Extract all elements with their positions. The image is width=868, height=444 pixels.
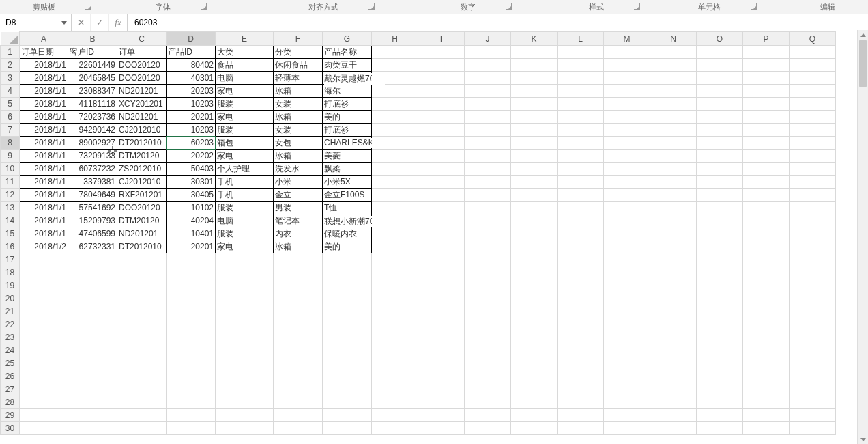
cell-I5[interactable] (418, 98, 465, 111)
cell-E4[interactable]: 家电 (216, 85, 274, 98)
cell-G12[interactable]: 金立F100S (323, 189, 372, 202)
cell-B2[interactable]: 22601449 (68, 59, 117, 72)
cell-K10[interactable] (511, 163, 558, 176)
cell-M25[interactable] (604, 357, 650, 370)
row-header-17[interactable]: 17 (1, 253, 20, 266)
cell-O19[interactable] (697, 279, 743, 292)
cell-C18[interactable] (117, 266, 167, 279)
cell-H26[interactable] (372, 370, 418, 383)
cell-K23[interactable] (511, 331, 558, 344)
cell-J9[interactable] (465, 150, 511, 163)
cell-M11[interactable] (604, 176, 650, 189)
cell-L12[interactable] (558, 189, 604, 202)
cell-J4[interactable] (465, 85, 511, 98)
cell-A26[interactable] (20, 370, 68, 383)
cell-F6[interactable]: 冰箱 (274, 111, 323, 124)
cell-P16[interactable] (743, 240, 790, 253)
cell-C17[interactable] (117, 253, 167, 266)
cell-F12[interactable]: 金立 (274, 189, 323, 202)
row-header-18[interactable]: 18 (1, 266, 20, 279)
cell-M19[interactable] (604, 279, 650, 292)
cell-G13[interactable]: T恤 (323, 202, 372, 214)
cell-B1[interactable]: 客户ID (68, 46, 117, 59)
cell-G20[interactable] (323, 292, 372, 305)
cell-B3[interactable]: 20465845 (68, 72, 117, 85)
cell-K21[interactable] (511, 305, 558, 318)
cell-A17[interactable] (20, 253, 68, 266)
cell-C10[interactable]: ZS2012010 (117, 163, 167, 176)
col-header-M[interactable]: M (604, 32, 650, 46)
row-header-24[interactable]: 24 (1, 344, 20, 357)
cell-C29[interactable] (117, 409, 167, 422)
row-header-13[interactable]: 13 (1, 202, 20, 214)
cell-P7[interactable] (743, 124, 790, 137)
cell-M5[interactable] (604, 98, 650, 111)
cell-D26[interactable] (167, 370, 216, 383)
cell-I18[interactable] (418, 266, 465, 279)
cell-N4[interactable] (650, 85, 697, 98)
cell-H15[interactable] (372, 227, 418, 240)
cell-G4[interactable]: 海尔 (323, 85, 372, 98)
cell-Q19[interactable] (790, 279, 836, 292)
cell-N2[interactable] (650, 59, 697, 72)
cell-G9[interactable]: 美菱 (323, 150, 372, 163)
worksheet-grid[interactable]: ABCDEFGHIJKLMNOPQ1订单日期客户ID订单产品ID大类分类产品名称… (0, 31, 868, 435)
cell-J21[interactable] (465, 305, 511, 318)
cell-F9[interactable]: 冰箱 (274, 150, 323, 163)
cell-K2[interactable] (511, 59, 558, 72)
cell-O27[interactable] (697, 383, 743, 396)
cell-F16[interactable]: 冰箱 (274, 240, 323, 253)
cell-L27[interactable] (558, 383, 604, 396)
cell-P2[interactable] (743, 59, 790, 72)
cell-L11[interactable] (558, 176, 604, 189)
cell-B7[interactable]: 94290142 (68, 124, 117, 137)
cell-O8[interactable] (697, 137, 743, 150)
cell-C2[interactable]: DOO20120 (117, 59, 167, 72)
name-box[interactable] (0, 14, 72, 31)
cell-A29[interactable] (20, 409, 68, 422)
cell-C1[interactable]: 订单 (117, 46, 167, 59)
cell-A30[interactable] (20, 422, 68, 435)
cell-I9[interactable] (418, 150, 465, 163)
row-header-6[interactable]: 6 (1, 111, 20, 124)
cell-B5[interactable]: 41181118 (68, 98, 117, 111)
row-header-1[interactable]: 1 (1, 46, 20, 59)
cell-I7[interactable] (418, 124, 465, 137)
cell-E7[interactable]: 服装 (216, 124, 274, 137)
cell-B13[interactable]: 57541692 (68, 202, 117, 214)
cell-J14[interactable] (465, 214, 511, 227)
cell-C26[interactable] (117, 370, 167, 383)
col-header-G[interactable]: G (323, 32, 372, 46)
cell-P17[interactable] (743, 253, 790, 266)
cell-I25[interactable] (418, 357, 465, 370)
cell-E9[interactable]: 家电 (216, 150, 274, 163)
cell-B15[interactable]: 47406599 (68, 227, 117, 240)
cell-H23[interactable] (372, 331, 418, 344)
cell-O22[interactable] (697, 318, 743, 331)
cell-J18[interactable] (465, 266, 511, 279)
cell-L6[interactable] (558, 111, 604, 124)
cell-G15[interactable]: 保暖内衣 (323, 227, 372, 240)
cell-D10[interactable]: 50403 (167, 163, 216, 176)
cell-D13[interactable]: 10102 (167, 202, 216, 214)
cell-K18[interactable] (511, 266, 558, 279)
cell-C5[interactable]: XCY201201 (117, 98, 167, 111)
cell-K22[interactable] (511, 318, 558, 331)
col-header-I[interactable]: I (418, 32, 465, 46)
cell-G6[interactable]: 美的 (323, 111, 372, 124)
cell-D15[interactable]: 10401 (167, 227, 216, 240)
ribbon-group-剪贴板[interactable]: 剪贴板 (33, 2, 91, 12)
cell-Q22[interactable] (790, 318, 836, 331)
cell-B27[interactable] (68, 383, 117, 396)
cell-I30[interactable] (418, 422, 465, 435)
row-header-2[interactable]: 2 (1, 59, 20, 72)
row-header-16[interactable]: 16 (1, 240, 20, 253)
cell-J22[interactable] (465, 318, 511, 331)
cell-O23[interactable] (697, 331, 743, 344)
cell-H29[interactable] (372, 409, 418, 422)
cell-O28[interactable] (697, 396, 743, 409)
cell-G7[interactable]: 打底衫 (323, 124, 372, 137)
cell-M2[interactable] (604, 59, 650, 72)
cell-B18[interactable] (68, 266, 117, 279)
cell-K13[interactable] (511, 202, 558, 214)
